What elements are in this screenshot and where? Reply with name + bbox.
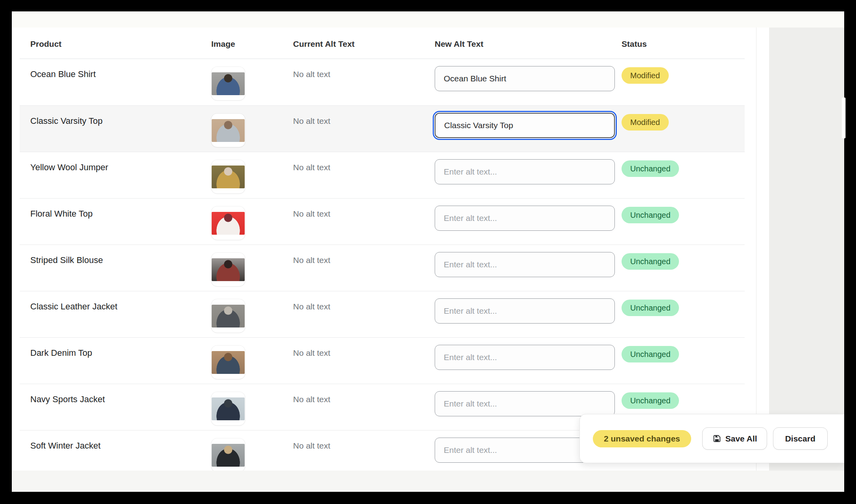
- current-alt-text: No alt text: [293, 430, 435, 451]
- current-alt-text: No alt text: [293, 152, 435, 172]
- table-body: Ocean Blue Shirt No alt text Modified Cl…: [20, 59, 745, 471]
- table-row: Striped Silk Blouse No alt text Unchange…: [20, 245, 745, 291]
- status-badge: Unchanged: [622, 392, 679, 409]
- table-row: Ocean Blue Shirt No alt text Modified: [20, 59, 745, 105]
- status-cell: Modified: [622, 59, 745, 84]
- product-photo: [212, 166, 245, 188]
- new-alt-cell: [435, 106, 622, 138]
- new-alt-text-input[interactable]: [435, 345, 615, 370]
- discard-button[interactable]: Discard: [773, 427, 828, 450]
- status-badge: Unchanged: [622, 253, 679, 270]
- save-all-label: Save All: [725, 434, 757, 443]
- new-alt-cell: [435, 338, 622, 370]
- product-photo: [212, 212, 245, 235]
- column-header-product: Product: [30, 39, 211, 49]
- product-photo: [212, 444, 245, 467]
- product-photo: [212, 397, 245, 420]
- product-thumbnail: [211, 160, 245, 193]
- product-photo: [212, 305, 245, 327]
- product-photo: [212, 119, 245, 142]
- new-alt-cell: [435, 384, 622, 416]
- current-alt-text: No alt text: [293, 59, 435, 79]
- product-name: Navy Sports Jacket: [30, 384, 211, 405]
- app-window: Product Image Current Alt Text New Alt T…: [12, 11, 844, 492]
- column-header-current-alt: Current Alt Text: [293, 39, 435, 49]
- table-row: Classic Varsity Top No alt text Modified: [20, 105, 745, 152]
- product-name: Classic Leather Jacket: [30, 291, 211, 312]
- status-cell: Unchanged: [622, 245, 745, 270]
- window-scrollbar-thumb[interactable]: [842, 97, 846, 138]
- product-image-cell: [211, 291, 293, 333]
- floppy-disk-icon: [712, 434, 722, 443]
- new-alt-cell: [435, 199, 622, 231]
- product-image-cell: [211, 338, 293, 379]
- product-photo: [212, 351, 245, 374]
- column-header-new-alt: New Alt Text: [435, 39, 622, 49]
- product-thumbnail: [211, 346, 245, 379]
- product-image-cell: [211, 384, 293, 425]
- product-name: Yellow Wool Jumper: [30, 152, 211, 173]
- new-alt-text-input[interactable]: [435, 252, 615, 277]
- product-photo: [212, 72, 245, 95]
- product-image-cell: [211, 430, 293, 471]
- status-cell: Unchanged: [622, 152, 745, 177]
- product-name: Soft Winter Jacket: [30, 430, 211, 451]
- current-alt-text: No alt text: [293, 338, 435, 358]
- current-alt-text: No alt text: [293, 384, 435, 404]
- status-badge: Unchanged: [622, 207, 679, 223]
- new-alt-cell: [435, 59, 622, 91]
- status-cell: Modified: [622, 106, 745, 131]
- product-thumbnail: [211, 206, 245, 240]
- save-all-button[interactable]: Save All: [702, 427, 767, 450]
- product-thumbnail: [211, 438, 245, 471]
- column-header-status: Status: [622, 39, 745, 49]
- unsaved-changes-badge: 2 unsaved changes: [593, 430, 691, 447]
- product-name: Striped Silk Blouse: [30, 245, 211, 265]
- product-name: Floral White Top: [30, 199, 211, 219]
- product-thumbnail: [211, 253, 245, 286]
- new-alt-text-input[interactable]: [435, 159, 615, 184]
- status-badge: Modified: [622, 114, 669, 131]
- table-header-row: Product Image Current Alt Text New Alt T…: [20, 29, 745, 59]
- top-strip: [12, 11, 844, 28]
- product-thumbnail: [211, 299, 245, 333]
- product-image-cell: [211, 59, 293, 100]
- new-alt-text-input[interactable]: [435, 66, 615, 91]
- alt-text-table: Product Image Current Alt Text New Alt T…: [20, 29, 745, 471]
- discard-label: Discard: [785, 434, 815, 443]
- status-cell: Unchanged: [622, 199, 745, 223]
- table-row: Yellow Wool Jumper No alt text Unchanged: [20, 152, 745, 198]
- status-badge: Unchanged: [622, 346, 679, 362]
- screen: { "table": { "columns": ["Product", "Ima…: [0, 0, 856, 504]
- product-image-cell: [211, 199, 293, 240]
- table-row: Classic Leather Jacket No alt text Uncha…: [20, 291, 745, 337]
- status-badge: Unchanged: [622, 300, 679, 316]
- product-name: Dark Denim Top: [30, 338, 211, 358]
- status-cell: Unchanged: [622, 338, 745, 362]
- product-thumbnail: [211, 392, 245, 425]
- new-alt-text-input[interactable]: [435, 391, 615, 416]
- current-alt-text: No alt text: [293, 106, 435, 126]
- column-header-image: Image: [211, 39, 293, 49]
- new-alt-cell: [435, 291, 622, 324]
- new-alt-cell: [435, 245, 622, 277]
- product-thumbnail: [211, 67, 245, 100]
- product-image-cell: [211, 152, 293, 193]
- new-alt-cell: [435, 152, 622, 184]
- status-badge: Unchanged: [622, 160, 679, 177]
- status-cell: Unchanged: [622, 384, 745, 409]
- table-row: Dark Denim Top No alt text Unchanged: [20, 337, 745, 384]
- product-image-cell: [211, 245, 293, 286]
- product-photo: [212, 258, 245, 281]
- current-alt-text: No alt text: [293, 199, 435, 219]
- current-alt-text: No alt text: [293, 291, 435, 311]
- new-alt-text-input[interactable]: [435, 298, 615, 324]
- unsaved-changes-bar: 2 unsaved changes Save All Discard: [579, 414, 844, 463]
- product-name: Classic Varsity Top: [30, 106, 211, 126]
- status-cell: Unchanged: [622, 291, 745, 316]
- new-alt-text-input[interactable]: [435, 113, 615, 138]
- new-alt-text-input[interactable]: [435, 206, 615, 231]
- status-badge: Modified: [622, 67, 669, 84]
- product-image-cell: [211, 106, 293, 147]
- product-name: Ocean Blue Shirt: [30, 59, 211, 79]
